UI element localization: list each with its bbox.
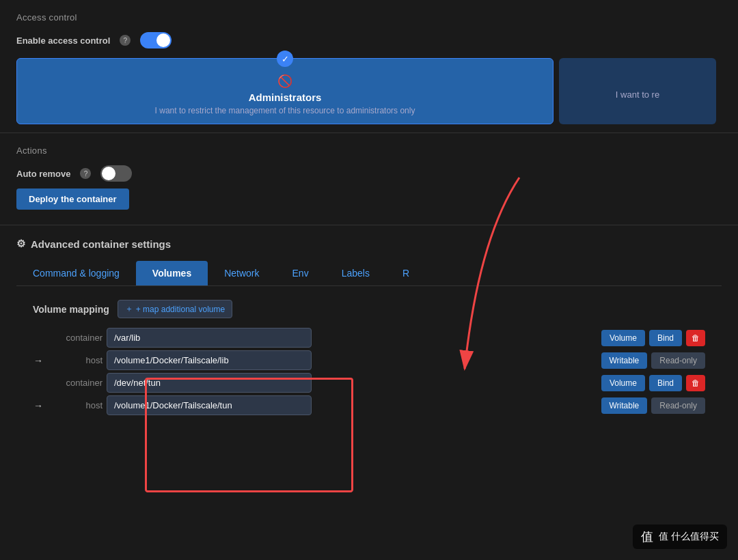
tab-network[interactable]: Network xyxy=(208,261,275,285)
advanced-tabs-row: Command & logging Volumes Network Env La… xyxy=(16,261,722,286)
admin-tab-icon: 🚫 xyxy=(28,74,542,89)
row2-actions: Writable Read-only xyxy=(601,352,706,369)
row1-role: container xyxy=(48,333,102,343)
tab-env[interactable]: Env xyxy=(276,261,325,285)
admin-tab[interactable]: ✓ 🚫 Administrators I want to restrict th… xyxy=(16,58,554,124)
deploy-row: Deploy the container xyxy=(16,188,722,210)
row4-actions: Writable Read-only xyxy=(601,397,706,414)
row4-readonly-btn[interactable]: Read-only xyxy=(651,397,705,414)
watermark-text: 值 什么值得买 xyxy=(659,531,719,543)
tab-command-logging[interactable]: Command & logging xyxy=(16,261,136,285)
access-tabs: ✓ 🚫 Administrators I want to restrict th… xyxy=(16,58,722,124)
row2-arrow: → xyxy=(33,355,44,366)
enable-access-row: Enable access control ? xyxy=(16,32,722,48)
row3-container-input[interactable] xyxy=(107,373,312,393)
row3-role: container xyxy=(48,378,102,388)
volume-mapping-label: Volume mapping xyxy=(33,304,109,315)
plus-icon: ＋ xyxy=(125,303,133,315)
enable-access-help-icon[interactable]: ? xyxy=(120,35,131,46)
row4-role: host xyxy=(48,400,102,410)
row4-host-input[interactable] xyxy=(107,395,312,415)
row2-writable-btn[interactable]: Writable xyxy=(601,352,648,369)
table-row: container Volume Bind 🗑 xyxy=(33,328,705,348)
table-row: container Volume Bind 🗑 xyxy=(33,373,705,393)
row3-actions: Volume Bind 🗑 xyxy=(601,375,705,391)
advanced-section: ⚙ Advanced container settings Command & … xyxy=(0,225,738,418)
auto-remove-toggle[interactable] xyxy=(100,165,132,182)
admin-tab-check: ✓ xyxy=(277,51,293,67)
auto-remove-toggle-knob xyxy=(102,167,115,180)
row4-writable-btn[interactable]: Writable xyxy=(601,397,648,414)
watermark-logo: 值 xyxy=(641,529,653,545)
table-row: → host Writable Read-only xyxy=(33,395,705,415)
row1-delete-btn[interactable]: 🗑 xyxy=(686,330,705,346)
row3-delete-btn[interactable]: 🗑 xyxy=(686,375,705,391)
other-tab[interactable]: I want to re xyxy=(559,58,716,124)
row1-container-input[interactable] xyxy=(107,328,312,348)
deploy-button[interactable]: Deploy the container xyxy=(16,188,129,210)
admin-tab-title: Administrators xyxy=(28,92,542,103)
advanced-title: ⚙ Advanced container settings xyxy=(16,238,722,250)
volume-rows: container Volume Bind 🗑 → host Writable … xyxy=(33,328,705,418)
auto-remove-row: Auto remove ? xyxy=(16,165,722,182)
auto-remove-toggle-wrap xyxy=(100,165,132,182)
access-control-section: Access control Enable access control ? ✓… xyxy=(0,0,738,133)
other-tab-text: I want to re xyxy=(616,89,659,100)
row2-role: host xyxy=(48,355,102,365)
gear-icon: ⚙ xyxy=(16,238,25,250)
volume-section: Volume mapping ＋ + map additional volume… xyxy=(16,300,722,418)
actions-section: Actions Auto remove ? Deploy the contain… xyxy=(0,133,738,225)
admin-tab-desc: I want to restrict the management of thi… xyxy=(28,106,542,115)
row2-readonly-btn[interactable]: Read-only xyxy=(651,352,705,369)
watermark: 值 值 什么值得买 xyxy=(633,524,727,549)
auto-remove-help-icon[interactable]: ? xyxy=(80,168,91,179)
row4-arrow: → xyxy=(33,400,44,411)
tab-r[interactable]: R xyxy=(386,261,426,285)
row1-volume-btn[interactable]: Volume xyxy=(601,330,645,346)
row2-host-input[interactable] xyxy=(107,350,312,370)
row1-bind-btn[interactable]: Bind xyxy=(649,330,682,346)
volume-header: Volume mapping ＋ + map additional volume xyxy=(33,300,705,318)
access-control-title: Access control xyxy=(16,12,722,23)
row3-bind-btn[interactable]: Bind xyxy=(649,375,682,391)
tab-labels[interactable]: Labels xyxy=(325,261,386,285)
auto-remove-label: Auto remove xyxy=(16,169,70,179)
enable-access-toggle[interactable] xyxy=(140,32,172,48)
enable-access-label: Enable access control xyxy=(16,36,110,46)
enable-access-toggle-wrap xyxy=(140,32,172,48)
actions-title: Actions xyxy=(16,145,722,156)
table-row: → host Writable Read-only xyxy=(33,350,705,370)
row3-volume-btn[interactable]: Volume xyxy=(601,375,645,391)
toggle-knob xyxy=(156,33,170,47)
add-volume-button[interactable]: ＋ + map additional volume xyxy=(118,300,232,318)
tab-volumes[interactable]: Volumes xyxy=(136,261,208,285)
row1-actions: Volume Bind 🗑 xyxy=(601,330,705,346)
